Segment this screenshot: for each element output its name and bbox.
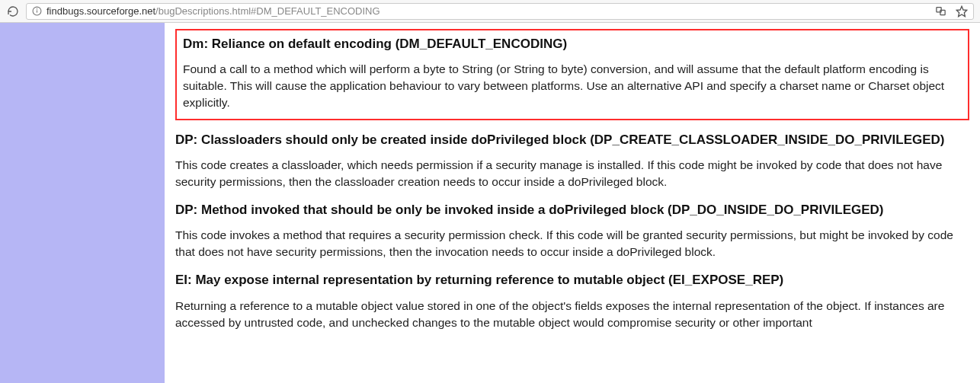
reload-icon[interactable] [6,5,20,18]
section-title: EI: May expose internal representation b… [175,271,969,289]
section-body: This code creates a classloader, which n… [175,157,969,190]
section-body: This code invokes a method that requires… [175,227,969,260]
translate-icon[interactable] [934,5,947,18]
left-margin [0,23,165,383]
section: DP: Classloaders should only be created … [175,131,969,190]
url-path: /bugDescriptions.html#DM_DEFAULT_ENCODIN… [155,5,380,17]
section: DP: Method invoked that should be only b… [175,201,969,260]
browser-toolbar: findbugs.sourceforge.net/bugDescriptions… [0,0,980,23]
section-title: Dm: Reliance on default encoding (DM_DEF… [183,35,962,53]
section-title: DP: Classloaders should only be created … [175,131,969,149]
star-icon[interactable] [955,5,969,18]
address-bar-actions [934,5,969,18]
page-viewport: Dm: Reliance on default encoding (DM_DEF… [0,23,980,383]
svg-point-2 [37,9,37,10]
address-bar[interactable]: findbugs.sourceforge.net/bugDescriptions… [26,3,974,20]
content-area: Dm: Reliance on default encoding (DM_DEF… [165,23,980,383]
section-body: Found a call to a method which will perf… [183,61,962,111]
url-host: findbugs.sourceforge.net [46,5,155,17]
highlighted-section: Dm: Reliance on default encoding (DM_DEF… [175,29,969,120]
section: EI: May expose internal representation b… [175,271,969,330]
section-title: DP: Method invoked that should be only b… [175,201,969,219]
svg-marker-5 [956,6,966,16]
site-info-icon[interactable] [31,6,42,17]
url-text: findbugs.sourceforge.net/bugDescriptions… [46,5,929,17]
section-body: Returning a reference to a mutable objec… [175,298,969,331]
